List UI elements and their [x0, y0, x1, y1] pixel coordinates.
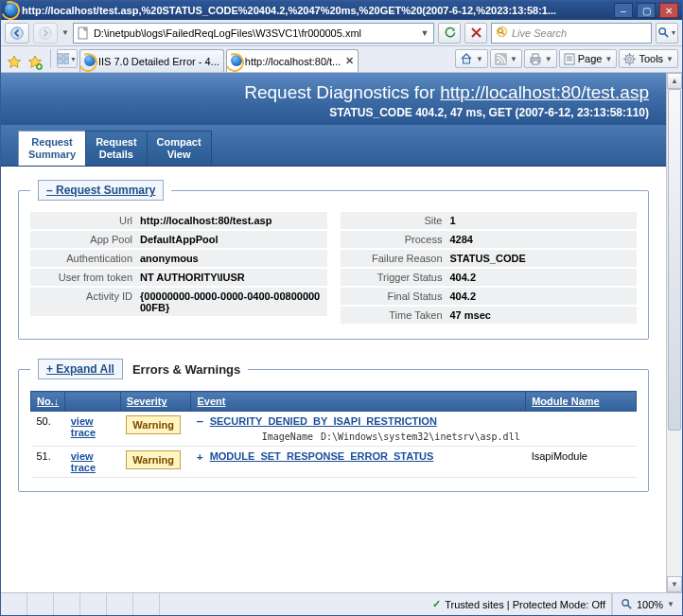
- severity-badge: Warning: [126, 450, 181, 469]
- address-text: D:\inetpub\logs\FailedReqLogFiles\W3SVC1…: [94, 27, 418, 39]
- close-tab-icon[interactable]: ✕: [345, 55, 354, 67]
- search-placeholder: Live Search: [512, 27, 567, 39]
- svg-rect-15: [533, 54, 538, 58]
- view-trace-link[interactable]: view trace: [71, 450, 96, 473]
- history-dropdown-icon[interactable]: ▼: [61, 28, 69, 37]
- window-close-button[interactable]: ✕: [659, 3, 678, 18]
- quick-tabs-button[interactable]: ▼: [57, 49, 78, 68]
- errors-title: Errors & Warnings: [132, 362, 240, 377]
- diag-title-link[interactable]: http://localhost:80/test.asp: [440, 82, 649, 102]
- zoom-icon: [621, 598, 633, 610]
- svg-rect-9: [58, 60, 62, 63]
- browser-tab-1[interactable]: http://localhost:80/t... ✕: [226, 49, 359, 72]
- svg-point-20: [622, 600, 629, 607]
- tools-menu-button[interactable]: Tools▼: [619, 49, 678, 68]
- address-dropdown-icon[interactable]: ▼: [418, 28, 431, 38]
- col-severity[interactable]: Severity: [120, 392, 191, 412]
- chevron-down-icon[interactable]: ▼: [667, 600, 674, 608]
- summary-process: 4284: [450, 234, 632, 245]
- command-bar: ▼ ▼ ▼ Page▼ Tools▼: [455, 49, 678, 68]
- svg-point-0: [11, 26, 23, 38]
- address-bar[interactable]: D:\inetpub\logs\FailedReqLogFiles\W3SVC1…: [73, 23, 434, 44]
- back-button[interactable]: [5, 23, 29, 44]
- summary-user: NT AUTHORITY\IUSR: [140, 272, 322, 283]
- page-icon: [76, 26, 91, 41]
- errors-section: + Expand All Errors & Warnings No.↓ Seve…: [18, 359, 649, 492]
- nav-toolbar: ▼ D:\inetpub\logs\FailedReqLogFiles\W3SV…: [1, 20, 682, 46]
- summary-failure-reason: STATUS_CODE: [450, 253, 632, 264]
- zoom-level: 100%: [637, 599, 663, 610]
- search-input[interactable]: Live Search: [491, 23, 652, 44]
- security-zone[interactable]: ✓ Trusted sites | Protected Mode: Off: [427, 593, 612, 615]
- view-trace-link[interactable]: view trace: [71, 415, 96, 438]
- favorites-star-icon[interactable]: [5, 53, 24, 72]
- home-button[interactable]: ▼: [455, 49, 488, 68]
- stop-button[interactable]: [464, 23, 487, 44]
- view-tabs: Request Summary Request Details Compact …: [1, 125, 666, 167]
- forward-button[interactable]: [33, 23, 58, 44]
- tab-request-details[interactable]: Request Details: [85, 131, 147, 166]
- summary-site: 1: [450, 215, 632, 226]
- vertical-scrollbar[interactable]: ▲ ▼: [666, 73, 682, 592]
- severity-badge: Warning: [126, 415, 181, 434]
- svg-rect-10: [64, 60, 69, 63]
- zoom-control[interactable]: 100% ▼: [612, 593, 682, 615]
- status-cell: [1, 593, 27, 615]
- col-module[interactable]: Module Name: [526, 392, 637, 412]
- svg-point-1: [40, 26, 51, 38]
- diag-title-prefix: Request Diagnostics for: [244, 82, 440, 102]
- status-cell: [27, 593, 54, 615]
- page-content: Request Diagnostics for http://localhost…: [1, 73, 666, 592]
- request-summary-section: – Request Summary Urlhttp://localhost:80…: [18, 180, 649, 340]
- tab-request-summary[interactable]: Request Summary: [18, 131, 86, 166]
- window-titlebar: http://localhost/test.asp,%20STATUS_CODE…: [1, 1, 682, 20]
- event-link[interactable]: SECURITY_DENIED_BY_ISAPI_RESTRICTION: [210, 415, 437, 427]
- window-title: http://localhost/test.asp,%20STATUS_CODE…: [22, 5, 610, 16]
- add-favorite-icon[interactable]: [26, 53, 44, 72]
- summary-final-status: 404.2: [450, 290, 632, 302]
- window-max-button[interactable]: ▢: [637, 3, 656, 18]
- event-link[interactable]: MODULE_SET_RESPONSE_ERROR_STATUS: [210, 450, 434, 462]
- page-menu-button[interactable]: Page▼: [559, 49, 618, 68]
- diag-subtitle: STATUS_CODE 404.2, 47 ms, GET (2007-6-12…: [18, 106, 649, 119]
- svg-rect-7: [58, 54, 62, 58]
- refresh-button[interactable]: [438, 23, 461, 44]
- scroll-thumb[interactable]: [668, 89, 681, 431]
- summary-apppool: DefaultAppPool: [140, 234, 322, 245]
- summary-time-taken: 47 msec: [450, 309, 632, 321]
- collapse-summary-button[interactable]: – Request Summary: [38, 180, 164, 201]
- scroll-up-button[interactable]: ▲: [667, 73, 682, 89]
- table-row: 50. view trace Warning – SECURITY_DENIED…: [31, 412, 637, 447]
- chevron-down-icon[interactable]: ▼: [70, 56, 77, 62]
- search-provider-icon: [496, 26, 508, 40]
- feeds-button[interactable]: ▼: [490, 49, 522, 68]
- checkmark-icon: ✓: [432, 598, 441, 610]
- window-min-button[interactable]: –: [614, 3, 633, 18]
- scroll-down-button[interactable]: ▼: [667, 576, 682, 592]
- browser-tab-0[interactable]: IIS 7.0 Detailed Error - 4...: [79, 49, 224, 72]
- summary-left-col: Urlhttp://localhost:80/test.asp App Pool…: [30, 212, 327, 326]
- expand-icon[interactable]: +: [197, 450, 207, 463]
- svg-point-13: [497, 61, 499, 63]
- svg-point-19: [628, 57, 631, 60]
- collapse-icon[interactable]: –: [197, 415, 207, 428]
- col-no[interactable]: No.↓: [31, 392, 65, 412]
- col-event[interactable]: Event: [191, 392, 526, 412]
- tab-label: IIS 7.0 Detailed Error - 4...: [98, 56, 219, 67]
- svg-point-5: [658, 28, 665, 35]
- status-cell: [133, 593, 160, 615]
- search-go-button[interactable]: ▼: [656, 23, 678, 44]
- status-cell: [107, 593, 133, 615]
- scroll-track[interactable]: [667, 89, 682, 576]
- tab-compact-view[interactable]: Compact View: [147, 131, 212, 166]
- page-menu-label: Page: [578, 53, 603, 64]
- ie-icon: [5, 3, 18, 18]
- expand-all-button[interactable]: + Expand All: [38, 359, 123, 379]
- search-dropdown-icon[interactable]: ▼: [671, 29, 677, 36]
- print-button[interactable]: ▼: [524, 49, 557, 68]
- tab-label: http://localhost:80/t...: [245, 56, 342, 67]
- tools-menu-label: Tools: [639, 53, 663, 64]
- summary-auth: anonymous: [140, 253, 322, 264]
- svg-rect-8: [64, 54, 69, 58]
- svg-rect-16: [533, 61, 538, 64]
